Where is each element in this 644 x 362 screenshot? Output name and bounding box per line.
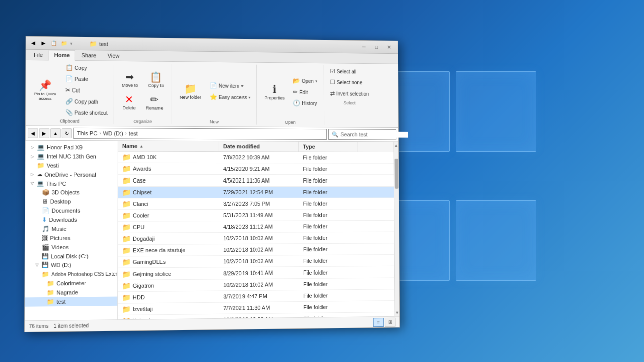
qa-newfolder-btn[interactable]: 📁: [60, 39, 68, 47]
paste-button[interactable]: 📄 Paste: [62, 74, 111, 84]
file-row[interactable]: 📁Case 4/5/2021 11:36 AM File folder: [118, 175, 394, 187]
file-date: 4/15/2020 9:21 AM: [219, 164, 299, 173]
sidebar-item-colorimeter[interactable]: 📁 Colorimeter: [25, 278, 117, 288]
search-input[interactable]: [340, 131, 408, 137]
tab-view[interactable]: View: [102, 50, 125, 61]
sidebar-item-onedrive[interactable]: ▷ ☁ OneDrive - Personal: [25, 170, 117, 179]
file-type: File folder: [299, 222, 359, 231]
sidebar-item-documents[interactable]: 📄 Documents: [25, 206, 117, 215]
music-icon: 🎵: [42, 225, 49, 232]
path-wd[interactable]: WD (D:): [103, 130, 123, 136]
rename-button[interactable]: ✏ Rename: [141, 91, 168, 112]
file-row[interactable]: 📁Cooler 5/31/2023 11:49 AM File folder: [118, 209, 394, 221]
open-button[interactable]: 📂 Open ▾: [290, 76, 320, 86]
sidebar-item-music[interactable]: 🎵 Music: [25, 224, 118, 234]
expand-icon: ▷: [30, 172, 35, 177]
select-none-button[interactable]: ☐ Select none: [327, 77, 372, 87]
path-test[interactable]: test: [129, 130, 138, 136]
file-row[interactable]: 📁Chipset 7/29/2021 12:54 PM File folder: [118, 187, 394, 198]
sidebar-item-desktop[interactable]: 🖥 Desktop: [25, 197, 117, 206]
new-group: 📁 New folder 📄 New item ▾ ⭐ Easy: [175, 64, 257, 125]
scroll-down-button[interactable]: ▼: [394, 309, 399, 316]
sidebar-item-3dobjects[interactable]: 📦 3D Objects: [25, 188, 117, 197]
sidebar-item-thispc[interactable]: ▽ 💻 This PC: [25, 179, 117, 188]
copy-button[interactable]: 📋 Copy: [62, 63, 111, 73]
file-date: 8/29/2019 10:41 AM: [219, 268, 299, 278]
maximize-button[interactable]: □: [371, 43, 382, 52]
details-view-button[interactable]: ≡: [373, 318, 384, 327]
file-row[interactable]: 📁Događaji 10/2/2018 10:02 AM File folder: [118, 232, 394, 245]
qa-dropdown[interactable]: ▾: [70, 41, 80, 46]
selected-count: 1 item selected: [54, 323, 89, 329]
address-path[interactable]: This PC › WD (D:) › test: [73, 128, 327, 140]
sidebar-item-vesti[interactable]: 📁 Vesti: [26, 161, 118, 170]
paste-shortcut-button[interactable]: 📎 Paste shortcut: [62, 107, 111, 118]
file-row[interactable]: 📁Clanci 3/27/2023 7:05 PM File folder: [118, 198, 394, 210]
new-item-button[interactable]: 📄 New item ▾: [207, 80, 254, 91]
file-row[interactable]: 📁Awards 4/15/2020 9:21 AM File folder: [118, 163, 394, 175]
tab-share[interactable]: Share: [75, 50, 102, 61]
properties-button[interactable]: ℹ Properties: [260, 81, 289, 102]
copy-path-button[interactable]: 🔗 Copy path: [62, 96, 111, 107]
sidebar-item-downloads[interactable]: ⬇ Downloads: [25, 215, 117, 225]
tab-file[interactable]: File: [28, 50, 49, 60]
item-count: 76 items: [29, 323, 48, 329]
select-all-button[interactable]: ☑ Select all: [327, 66, 372, 77]
vertical-scrollbar[interactable]: ▲ ▼: [393, 142, 399, 316]
pin-to-quick-access-button[interactable]: 📌 Pin to Quick access: [29, 77, 61, 103]
col-header-date[interactable]: Date modified: [219, 141, 299, 151]
col-header-name[interactable]: Name ▲: [118, 141, 219, 151]
file-row[interactable]: 📁CPU 4/18/2023 11:12 AM File folder: [118, 221, 394, 233]
sidebar-item-test[interactable]: 📁 test: [25, 297, 117, 307]
expand-icon: [35, 199, 40, 204]
large-icon-view-button[interactable]: ⊞: [385, 317, 395, 326]
path-this-pc[interactable]: This PC: [77, 130, 97, 136]
forward-button[interactable]: ▶: [39, 128, 50, 138]
back-button[interactable]: ◀: [28, 128, 38, 138]
folder-icon: 📦: [42, 189, 49, 196]
qa-forward-btn[interactable]: ▶: [39, 39, 47, 47]
cut-button[interactable]: ✂ Cut: [62, 85, 111, 96]
scroll-thumb[interactable]: [394, 159, 398, 189]
file-row[interactable]: 📁AMD 10K 7/8/2022 10:39 AM File folder: [118, 152, 394, 164]
up-button[interactable]: ▲: [50, 128, 61, 138]
refresh-button[interactable]: ↻: [62, 128, 72, 138]
win-tile-2: [456, 71, 536, 152]
copy-to-button[interactable]: 📋 Copy to: [143, 69, 168, 90]
expand-icon: [35, 217, 40, 222]
move-to-button[interactable]: ➡ Move to: [117, 69, 143, 90]
col-header-type[interactable]: Type: [299, 142, 358, 152]
qa-properties-btn[interactable]: 📋: [50, 39, 58, 47]
expand-icon: ▷: [30, 145, 35, 150]
folder-icon: 📁: [122, 176, 131, 185]
sidebar-item-pictures[interactable]: 🖼 Pictures: [25, 233, 118, 243]
history-button[interactable]: 🕐 History: [290, 98, 320, 108]
sidebar-item-videos[interactable]: 🎬 Videos: [25, 242, 118, 252]
qa-back-btn[interactable]: ◀: [29, 39, 37, 47]
folder-icon: 📁: [122, 293, 130, 301]
new-folder-button[interactable]: 📁 New folder: [175, 80, 206, 102]
tab-home[interactable]: Home: [48, 50, 75, 61]
sidebar-item-wdd[interactable]: ▽ 💾 WD (D:): [25, 260, 118, 270]
sidebar-item-intelnuc[interactable]: ▷ 💻 Intel NUC 13th Gen: [26, 152, 118, 161]
close-button[interactable]: ✕: [383, 43, 395, 52]
sidebar-item-localc[interactable]: 💾 Local Disk (C:): [25, 251, 118, 260]
scroll-up-button[interactable]: ▲: [393, 142, 399, 149]
select-none-icon: ☐: [330, 79, 335, 86]
sidebar-item-photoshop[interactable]: 📁 Adobe Photoshop CS5 Extended Edition: [25, 269, 118, 279]
search-box[interactable]: 🔍: [328, 129, 396, 140]
minimize-button[interactable]: ─: [358, 42, 370, 51]
file-type: File folder: [299, 291, 359, 300]
folder-icon: 📁: [122, 235, 131, 243]
edit-button[interactable]: ✏ Edit: [290, 87, 320, 97]
expand-icon: [34, 245, 39, 250]
easy-access-button[interactable]: ⭐ Easy access ▾: [207, 92, 254, 102]
sidebar-item-honorpad[interactable]: ▷ 💻 Honor Pad X9: [26, 143, 118, 152]
copy-icon: 📋: [65, 64, 73, 71]
ribbon-content: 📌 Pin to Quick access 📋 Copy 📄 Paste: [26, 60, 398, 127]
file-name: 📁Gejming stolice: [118, 267, 219, 280]
invert-selection-button[interactable]: ⇄ Invert selection: [327, 88, 372, 98]
sidebar-item-nagrade[interactable]: 📁 Nagrade: [25, 287, 117, 297]
expand-icon: ▽: [34, 262, 39, 267]
delete-button[interactable]: ✕ Delete: [118, 91, 140, 112]
